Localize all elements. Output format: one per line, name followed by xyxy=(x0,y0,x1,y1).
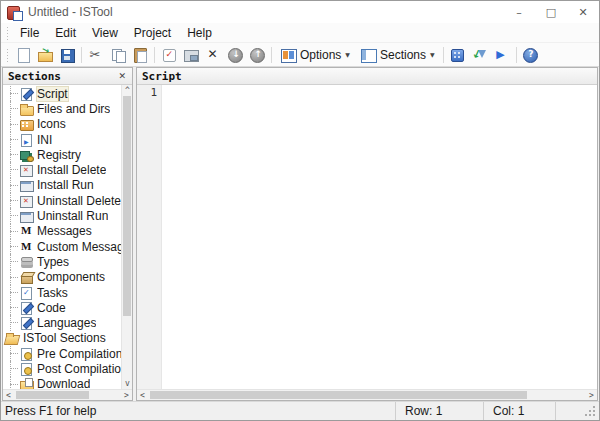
sections-panel-close-button[interactable]: ✕ xyxy=(117,71,127,81)
save-icon xyxy=(59,47,76,63)
maximize-button[interactable]: □ xyxy=(535,1,567,23)
sidebar-item-files-and-dirs[interactable]: Files and Dirs xyxy=(3,101,121,116)
editor-header-title: Script xyxy=(142,70,182,83)
window-title: Untitled - ISTool xyxy=(28,5,113,19)
sidebar-item-uninstall-run[interactable]: Uninstall Run xyxy=(3,208,121,223)
section-tree: ScriptFiles and DirsIconsINIRegistryInst… xyxy=(3,85,121,389)
main-area: Sections ✕ ScriptFiles and DirsIconsINIR… xyxy=(1,67,599,401)
menu-project[interactable]: Project xyxy=(126,23,179,42)
cut-button[interactable] xyxy=(85,45,107,65)
sidebar-item-languages[interactable]: Languages xyxy=(3,315,121,330)
toolbar-separator xyxy=(81,47,82,63)
editor-panel: Script 1 < > xyxy=(136,67,598,401)
compile-page-icon xyxy=(19,362,34,376)
sidebar-item-components[interactable]: Components xyxy=(3,270,121,285)
scroll-up-icon[interactable]: ^ xyxy=(122,85,132,96)
paste-button[interactable] xyxy=(129,45,151,65)
resize-grip[interactable] xyxy=(585,406,597,418)
sidebar-hscroll-thumb[interactable] xyxy=(16,391,89,399)
menu-edit[interactable]: Edit xyxy=(47,23,84,42)
sidebar-item-registry[interactable]: Registry xyxy=(3,147,121,162)
editor-horizontal-scrollbar[interactable]: < > xyxy=(137,389,597,400)
scroll-left-icon[interactable]: < xyxy=(3,390,14,401)
titlebar[interactable]: Untitled - ISTool – □ ✕ xyxy=(1,1,599,23)
move-up-button[interactable] xyxy=(246,45,268,65)
run-button[interactable] xyxy=(491,45,513,65)
sidebar-item-pre-compilation-s[interactable]: Pre Compilation S xyxy=(3,346,121,361)
options-button[interactable]: Options▼ xyxy=(275,45,355,65)
sidebar-item-script[interactable]: Script xyxy=(3,86,121,101)
menu-view[interactable]: View xyxy=(84,23,126,42)
sidebar-horizontal-scrollbar[interactable]: < > xyxy=(3,389,132,400)
sidebar-item-icons[interactable]: Icons xyxy=(3,117,121,132)
copy-button[interactable] xyxy=(107,45,129,65)
sidebar-item-label: Uninstall Delete xyxy=(37,194,121,208)
sidebar-vertical-scrollbar[interactable]: ^ v xyxy=(121,85,132,389)
scroll-right-icon[interactable]: > xyxy=(121,390,132,401)
scroll-down-icon[interactable]: v xyxy=(122,378,132,389)
delete-entry-icon xyxy=(205,47,222,63)
sidebar-vscroll-thumb[interactable] xyxy=(123,96,131,316)
move-up-icon xyxy=(249,47,266,63)
add-entry-button[interactable] xyxy=(158,45,180,65)
menubar-gripper xyxy=(6,26,9,40)
open-button[interactable] xyxy=(34,45,56,65)
sidebar-item-label: Post Compilation xyxy=(37,362,121,376)
save-button[interactable] xyxy=(56,45,78,65)
window-controls: – □ ✕ xyxy=(503,1,599,23)
sidebar-item-code[interactable]: Code xyxy=(3,300,121,315)
sidebar-item-label: Custom Message xyxy=(37,240,121,254)
paste-icon xyxy=(132,47,149,63)
folder-open-icon xyxy=(5,331,20,345)
test-icon xyxy=(471,47,488,63)
toolbar-gripper xyxy=(6,48,9,62)
sidebar-item-tasks[interactable]: Tasks xyxy=(3,285,121,300)
script-editor-area[interactable] xyxy=(162,85,597,389)
menu-file[interactable]: File xyxy=(12,23,47,42)
status-col-value: Col: 1 xyxy=(493,404,524,418)
script-page-icon xyxy=(19,301,34,315)
sidebar-item-ini[interactable]: INI xyxy=(3,132,121,147)
sidebar-item-label: INI xyxy=(37,133,52,147)
sidebar-item-install-run[interactable]: Install Run xyxy=(3,178,121,193)
component-box-icon xyxy=(19,270,34,284)
editor-hscroll-thumb[interactable] xyxy=(150,391,527,399)
script-page-icon xyxy=(19,316,34,330)
scroll-right-icon[interactable]: > xyxy=(586,390,597,401)
sidebar-item-label: Icons xyxy=(37,117,66,131)
test-button[interactable] xyxy=(469,45,491,65)
status-row-indicator: Row: 1 xyxy=(395,402,483,420)
status-message: Press F1 for help xyxy=(1,404,395,418)
toolbar-separator xyxy=(443,47,444,63)
compile-button[interactable] xyxy=(447,45,469,65)
delete-entry-button[interactable] xyxy=(202,45,224,65)
sidebar-item-download[interactable]: Download xyxy=(3,377,121,389)
add-entry-icon xyxy=(161,47,178,63)
close-button[interactable]: ✕ xyxy=(567,1,599,23)
sidebar-item-types[interactable]: Types xyxy=(3,254,121,269)
scroll-left-icon[interactable]: < xyxy=(137,390,148,401)
message-m-icon xyxy=(19,240,34,254)
sidebar-item-uninstall-delete[interactable]: Uninstall Delete xyxy=(3,193,121,208)
move-down-button[interactable] xyxy=(224,45,246,65)
registry-icon xyxy=(19,148,34,162)
edit-entry-icon xyxy=(183,47,200,63)
minimize-button[interactable]: – xyxy=(503,1,535,23)
sidebar-item-install-delete[interactable]: Install Delete xyxy=(3,162,121,177)
menu-help[interactable]: Help xyxy=(179,23,220,42)
edit-entry-button[interactable] xyxy=(180,45,202,65)
app-window: Untitled - ISTool – □ ✕ File Edit View P… xyxy=(0,0,600,421)
sidebar-item-messages[interactable]: Messages xyxy=(3,224,121,239)
options-icon xyxy=(280,47,297,63)
sidebar-item-label: Code xyxy=(37,301,66,315)
sidebar-item-custom-message[interactable]: Custom Message xyxy=(3,239,121,254)
move-down-icon xyxy=(227,47,244,63)
folder-download-icon xyxy=(19,377,34,389)
sections-button[interactable]: Sections▼ xyxy=(355,45,440,65)
sidebar-item-istool-sections[interactable]: ISTool Sections xyxy=(3,331,121,346)
sidebar-item-post-compilation[interactable]: Post Compilation xyxy=(3,361,121,376)
new-button[interactable] xyxy=(12,45,34,65)
help-button[interactable] xyxy=(520,45,542,65)
sidebar-item-label: Uninstall Run xyxy=(37,209,108,223)
line-number-gutter: 1 xyxy=(137,85,162,389)
